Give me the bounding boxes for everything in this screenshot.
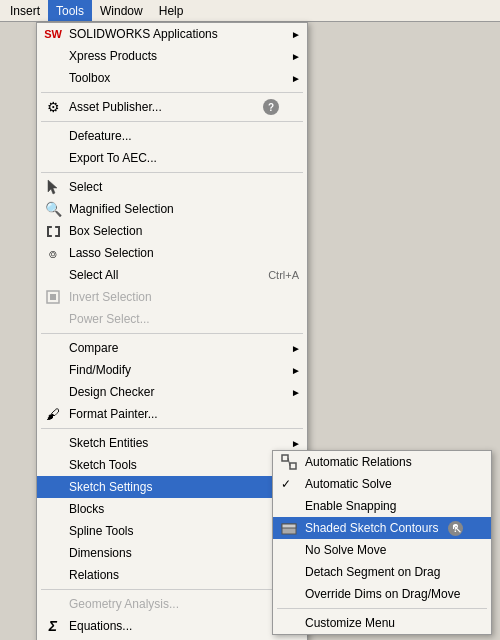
- svg-marker-0: [48, 180, 57, 194]
- menu-item-format-painter[interactable]: 🖌 Format Painter...: [37, 403, 307, 425]
- menu-item-select-all[interactable]: Select All Ctrl+A: [37, 264, 307, 286]
- menu-item-toolbox[interactable]: Toolbox ►: [37, 67, 307, 89]
- menu-item-compare[interactable]: Compare ►: [37, 337, 307, 359]
- menu-item-defeature[interactable]: Defeature...: [37, 125, 307, 147]
- menu-item-dimensions[interactable]: Dimensions ►: [37, 542, 307, 564]
- compare-icon: [43, 338, 63, 358]
- submenu-item-override-dims[interactable]: Override Dims on Drag/Move: [273, 583, 491, 605]
- help-badge: ?: [263, 99, 279, 115]
- menu-item-find-modify[interactable]: Find/Modify ►: [37, 359, 307, 381]
- sigma-icon: Σ: [43, 616, 63, 636]
- asset-icon: ⚙: [43, 97, 63, 117]
- menu-item-xpress[interactable]: Xpress Products ►: [37, 45, 307, 67]
- separator-4: [41, 333, 303, 334]
- menu-help[interactable]: Help: [151, 0, 192, 21]
- menu-item-select[interactable]: Select: [37, 176, 307, 198]
- override-icon: [279, 584, 299, 604]
- menu-window[interactable]: Window: [92, 0, 151, 21]
- menu-item-asset-publisher[interactable]: ⚙ Asset Publisher... ?: [37, 96, 307, 118]
- menu-item-export-aec[interactable]: Export To AEC...: [37, 147, 307, 169]
- svg-rect-3: [282, 455, 288, 461]
- cursor-icon: [43, 177, 63, 197]
- design-checker-icon: [43, 382, 63, 402]
- find-icon: [43, 360, 63, 380]
- menu-item-equations[interactable]: Σ Equations...: [37, 615, 307, 637]
- detach-icon: [279, 562, 299, 582]
- separator-6: [41, 589, 303, 590]
- menu-item-power-select: Power Select...: [37, 308, 307, 330]
- svg-rect-4: [290, 463, 296, 469]
- sketch-entities-icon: [43, 433, 63, 453]
- submenu-arrow: ►: [291, 51, 301, 62]
- power-icon: [43, 309, 63, 329]
- defeature-icon: [43, 126, 63, 146]
- select-all-icon: [43, 265, 63, 285]
- no-solve-icon: [279, 540, 299, 560]
- menu-item-sketch-tools[interactable]: Sketch Tools ►: [37, 454, 307, 476]
- dimensions-icon: [43, 543, 63, 563]
- relations-icon: [43, 565, 63, 585]
- menu-item-solidworks-apps[interactable]: SW SOLIDWORKS Applications ►: [37, 23, 307, 45]
- export-icon: [43, 148, 63, 168]
- submenu-item-auto-relations[interactable]: Automatic Relations: [273, 451, 491, 473]
- menu-item-sketch-settings[interactable]: Sketch Settings ►: [37, 476, 307, 498]
- submenu-item-auto-solve[interactable]: ✓ Automatic Solve: [273, 473, 491, 495]
- menu-item-geometry-analysis: Geometry Analysis...: [37, 593, 307, 615]
- submenu-arrow: ►: [291, 73, 301, 84]
- mouse-cursor: ↖: [451, 520, 463, 536]
- svg-rect-2: [50, 294, 56, 300]
- svg-line-5: [288, 458, 290, 466]
- menu-item-design-checker[interactable]: Design Checker ►: [37, 381, 307, 403]
- sketch-tools-icon: [43, 455, 63, 475]
- submenu-item-customize[interactable]: Customize Menu: [273, 612, 491, 634]
- customize-icon: [279, 613, 299, 633]
- menu-tools[interactable]: Tools: [48, 0, 92, 21]
- spline-icon: [43, 521, 63, 541]
- menu-item-blocks[interactable]: Blocks ►: [37, 498, 307, 520]
- submenu-arrow: ►: [291, 438, 301, 449]
- menu-item-invert: Invert Selection: [37, 286, 307, 308]
- menu-item-sketch-entities[interactable]: Sketch Entities ►: [37, 432, 307, 454]
- snapping-icon: [279, 496, 299, 516]
- separator-1: [41, 92, 303, 93]
- box-select-icon: [43, 221, 63, 241]
- submenu-arrow: ►: [291, 29, 301, 40]
- auto-relations-icon: [279, 452, 299, 472]
- menu-item-lasso[interactable]: ⌾ Lasso Selection: [37, 242, 307, 264]
- xpress-icon: [43, 46, 63, 66]
- sw-icon: SW: [43, 24, 63, 44]
- menu-insert[interactable]: Insert: [2, 0, 48, 21]
- shaded-icon: [279, 518, 299, 538]
- shortcut-ctrl-a: Ctrl+A: [252, 269, 299, 281]
- sketch-settings-submenu: Automatic Relations ✓ Automatic Solve En…: [272, 450, 492, 635]
- menu-item-box-selection[interactable]: Box Selection: [37, 220, 307, 242]
- geometry-icon: [43, 594, 63, 614]
- sketch-settings-icon: [43, 477, 63, 497]
- menu-item-relations[interactable]: Relations ►: [37, 564, 307, 586]
- toolbox-icon: [43, 68, 63, 88]
- separator-3: [41, 172, 303, 173]
- separator-5: [41, 428, 303, 429]
- blocks-icon: [43, 499, 63, 519]
- menu-item-magnified[interactable]: 🔍 Magnified Selection: [37, 198, 307, 220]
- svg-rect-7: [282, 524, 296, 528]
- lasso-icon: ⌾: [43, 243, 63, 263]
- menu-item-spline-tools[interactable]: Spline Tools ►: [37, 520, 307, 542]
- separator-2: [41, 121, 303, 122]
- magnify-icon: 🔍: [43, 199, 63, 219]
- menu-bar: Insert Tools Window Help: [0, 0, 500, 22]
- submenu-item-detach-segment[interactable]: Detach Segment on Drag: [273, 561, 491, 583]
- submenu-item-no-solve[interactable]: No Solve Move: [273, 539, 491, 561]
- painter-icon: 🖌: [43, 404, 63, 424]
- tools-dropdown: SW SOLIDWORKS Applications ► Xpress Prod…: [36, 22, 308, 640]
- submenu-item-enable-snapping[interactable]: Enable Snapping: [273, 495, 491, 517]
- submenu-arrow: ►: [291, 365, 301, 376]
- submenu-arrow: ►: [291, 387, 301, 398]
- submenu-arrow: ►: [291, 343, 301, 354]
- auto-solve-icon: [279, 474, 299, 494]
- submenu-separator: [277, 608, 487, 609]
- invert-icon: [43, 287, 63, 307]
- submenu-item-shaded-sketch[interactable]: ✓ Shaded Sketch Contours ? ↖: [273, 517, 491, 539]
